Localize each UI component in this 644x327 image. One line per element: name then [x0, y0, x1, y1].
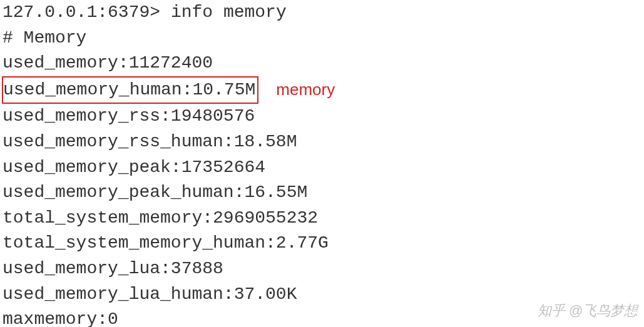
metric-total-system-memory-human: total_system_memory_human:2.77G: [3, 231, 641, 256]
prompt-line[interactable]: 127.0.0.1:6379> info memory: [3, 0, 641, 26]
metric-used-memory-peak: used_memory_peak:17352664: [3, 155, 641, 181]
metric-used-memory-rss-human: used_memory_rss_human:18.58M: [3, 129, 641, 155]
metric-used-memory-lua: used_memory_lua:37888: [3, 256, 641, 282]
prompt-host: 127.0.0.1:6379: [3, 3, 150, 22]
metric-total-system-memory: total_system_memory:2969055232: [3, 206, 641, 231]
metric-used-memory-human: used_memory_human:10.75M: [2, 76, 258, 104]
metric-used-memory-peak-human: used_memory_peak_human:16.55M: [3, 180, 641, 206]
watermark: 知乎 @飞鸟梦想: [538, 301, 638, 321]
prompt-symbol: >: [150, 3, 160, 22]
section-header: # Memory: [3, 26, 641, 51]
annotation-label: memory: [276, 78, 335, 102]
metric-used-memory-rss: used_memory_rss:19480576: [3, 104, 641, 129]
metric-used-memory: used_memory:11272400: [3, 51, 641, 76]
highlighted-row: used_memory_human:10.75M memory: [3, 76, 641, 104]
prompt-command: info memory: [171, 3, 287, 22]
